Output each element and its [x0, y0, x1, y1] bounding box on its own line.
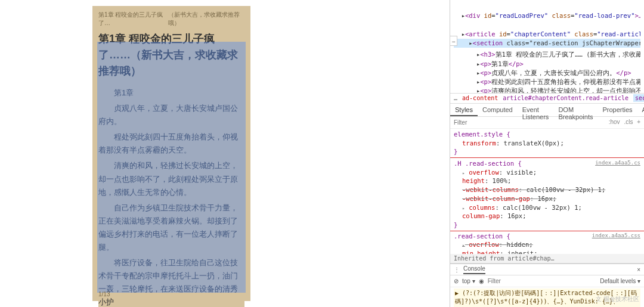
ellipsis-badge[interactable]: … — [450, 36, 457, 46]
styles-tab[interactable]: DOM Breakpoints — [553, 104, 597, 116]
styles-tab[interactable]: Event Listeners — [518, 104, 554, 116]
reader-top-title: 第1章 程咬金的三儿子疯了… — [98, 11, 168, 27]
chapter-paragraph: 程处弼此刻四十五度角抬着头，仰视着那没有半点雾霾的天空。 — [98, 131, 244, 157]
elements-tree[interactable]: … ▸<div id="readLoadPrev" class="read-lo… — [450, 0, 644, 93]
console-tab[interactable]: Console — [463, 265, 485, 274]
dom-node[interactable] — [454, 2, 640, 11]
styles-tab[interactable]: Properties — [597, 104, 637, 116]
watermark: 文 掘金技术社区 — [596, 295, 639, 303]
console-close-icon[interactable]: × — [637, 266, 640, 273]
dom-node[interactable]: ▸<p>贞观八年，立夏，大唐长安城卢国公府内。</p> — [454, 69, 640, 77]
reader-header: 第1章 程咬金的三儿子疯了… （新书大吉，求收藏求推荐哦） — [98, 11, 244, 27]
css-rule[interactable]: .read-section {index.a4aa5.css▸ overflow… — [450, 231, 644, 254]
dom-node[interactable]: ▸<div id="readLoadPrev" class="read-load… — [454, 11, 640, 20]
inherited-from: Inherited from article#chap… — [450, 254, 644, 263]
cls-toggle[interactable]: .cls — [624, 119, 633, 125]
styles-tab[interactable]: Computed — [478, 104, 518, 116]
styles-tab[interactable]: Accessibility — [637, 104, 644, 116]
styles-filter-input[interactable] — [454, 119, 501, 126]
viewport-pane: 第1章 程咬金的三儿子疯了… （新书大吉，求收藏求推荐哦） 第1章 程咬金的三儿… — [0, 0, 450, 307]
crumb[interactable]: article#chapterContent.read-article — [503, 95, 628, 101]
chapter-paragraph: 清爽的和风，轻拂过长安城的上空，却一点也影响不了，此刻程处弼呆立于原地，感慨人生… — [98, 159, 244, 199]
reader-page: 第1章 程咬金的三儿子疯了… （新书大吉，求收藏求推荐哦） 第1章 程咬金的三儿… — [92, 6, 250, 301]
crumb-selected[interactable]: section.read-section.jsChapterWrapp — [633, 94, 644, 102]
reader-body: 第1章 程咬金的三儿子疯了……（新书大吉，求收藏求推荐哦） 第1章 贞观八年，立… — [98, 31, 244, 307]
dom-node[interactable]: ▸<section class="read-section jsChapterW… — [454, 39, 640, 48]
devtools-pane: … ▸<div id="readLoadPrev" class="read-lo… — [450, 0, 644, 307]
context-selector[interactable]: top ▾ — [462, 278, 475, 284]
page-indicator: 1/13 — [98, 291, 110, 297]
reader-top-hint: （新书大吉，求收藏求推荐哦） — [168, 11, 244, 27]
console-filter-input[interactable] — [488, 278, 524, 284]
css-rule[interactable]: element.style {transform: translateX(0px… — [450, 129, 644, 158]
dom-node[interactable]: ▸<p>程处弼此刻四十五度角抬着头，仰视着那没有半点雾霾的天空。</p> — [454, 77, 640, 86]
chapter-paragraph: 第1章 — [98, 86, 244, 100]
chapter-paragraph: 将医疗设备，往卫生院给自己这位技术骨干专配的宗申摩托托斗上一扔，油门一轰，三轮摩… — [98, 256, 244, 307]
console-drawer-header: ⋮ Console × — [450, 263, 644, 275]
crumb[interactable]: ad-content — [462, 95, 498, 101]
dom-node[interactable]: ▸<article id="chapterContent" class="rea… — [454, 30, 640, 39]
css-rule[interactable]: .H .read-section {index.a4aa5.cs▸ overfl… — [450, 157, 644, 231]
styles-panel[interactable]: element.style {transform: translateX(0px… — [450, 129, 644, 254]
chapter-paragraph: 贞观八年，立夏，大唐长安城卢国公府内。 — [98, 102, 244, 128]
dom-node[interactable]: ▸<p>第1章</p> — [454, 60, 640, 69]
console-vdots-icon[interactable]: ⋮ — [454, 266, 460, 273]
eye-icon[interactable]: ◉ — [479, 278, 484, 284]
log-levels[interactable]: Default levels ▾ — [600, 278, 640, 284]
crumb[interactable]: … — [454, 95, 457, 101]
dom-node[interactable]: ▸<p>清爽的和风，轻拂过长安城的上空，却一点也影响不了，此刻程处… — [454, 86, 640, 93]
styles-tabs[interactable]: StylesComputedEvent ListenersDOM Breakpo… — [450, 104, 644, 117]
new-rule-button[interactable]: + — [637, 119, 640, 125]
console-toolbar: ⊘ top ▾ ◉ Default levels ▾ — [450, 275, 644, 287]
chapter-paragraph: 自己作为乡镇卫生院技术骨干力量，正在美滋滋地享受着麻辣火锅。却接到了偏远乡村打来… — [98, 201, 244, 254]
breadcrumb[interactable]: … ad-content article#chapterContent.read… — [450, 93, 644, 104]
chapter-heading: 第1章 程咬金的三儿子疯了……（新书大吉，求收藏求推荐哦） — [98, 31, 244, 79]
dom-node[interactable]: ▸<h3>第1章 程咬金的三儿子疯了…… (新书大吉，求收藏求推荐哦)</h3> — [454, 50, 640, 59]
dom-node[interactable] — [454, 20, 640, 29]
hov-toggle[interactable]: :hov — [609, 119, 620, 125]
styles-tab[interactable]: Styles — [450, 104, 478, 116]
clear-console-icon[interactable]: ⊘ — [454, 278, 459, 284]
